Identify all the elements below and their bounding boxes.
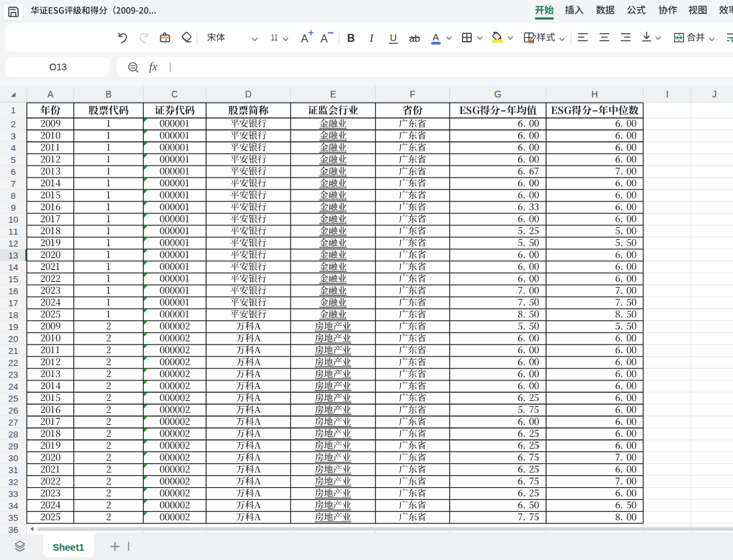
svg-text:20: 20 <box>8 334 18 344</box>
svg-text:A: A <box>47 89 54 99</box>
svg-text:16: 16 <box>8 286 18 296</box>
svg-text:6: 6 <box>11 167 16 177</box>
svg-text:G: G <box>494 89 502 99</box>
svg-text:23: 23 <box>8 370 18 380</box>
svg-text:34: 34 <box>8 501 19 511</box>
svg-text:A: A <box>320 32 327 44</box>
svg-text:F: F <box>410 89 415 99</box>
svg-text:27: 27 <box>8 418 18 427</box>
svg-text:3: 3 <box>11 131 16 141</box>
svg-text:11: 11 <box>8 227 18 237</box>
svg-text:5: 5 <box>11 155 16 165</box>
svg-text:fx: fx <box>149 60 158 73</box>
svg-text:15: 15 <box>8 274 18 284</box>
svg-text:10: 10 <box>8 215 18 225</box>
svg-text:14: 14 <box>8 262 19 272</box>
svg-text:29: 29 <box>8 441 18 451</box>
svg-text:4: 4 <box>11 143 16 153</box>
svg-text:36: 36 <box>8 525 18 535</box>
svg-text:22: 22 <box>8 358 18 368</box>
svg-text:Sheet1: Sheet1 <box>53 542 85 553</box>
svg-text:B: B <box>347 32 355 44</box>
svg-text:18: 18 <box>8 310 18 320</box>
svg-text:8: 8 <box>11 191 16 201</box>
svg-text:11: 11 <box>271 32 278 42</box>
svg-text:21: 21 <box>8 346 18 356</box>
svg-text:31: 31 <box>8 465 18 475</box>
svg-text:2: 2 <box>11 119 16 129</box>
svg-text:C: C <box>172 89 178 99</box>
svg-text:H: H <box>591 89 598 99</box>
svg-text:A: A <box>301 32 308 44</box>
svg-text:D: D <box>245 89 252 99</box>
svg-text:30: 30 <box>8 453 18 463</box>
svg-text:13: 13 <box>8 251 18 260</box>
svg-text:25: 25 <box>8 394 18 404</box>
svg-text:J: J <box>712 89 717 99</box>
svg-text:9: 9 <box>11 203 16 213</box>
svg-text:12: 12 <box>8 239 18 249</box>
svg-text:O13: O13 <box>49 62 67 72</box>
svg-text:7: 7 <box>11 179 16 189</box>
svg-text:19: 19 <box>8 322 18 332</box>
svg-text:17: 17 <box>8 298 18 308</box>
svg-text:33: 33 <box>8 489 18 499</box>
svg-text:28: 28 <box>8 429 18 439</box>
svg-text:1: 1 <box>11 105 16 115</box>
svg-text:A: A <box>433 32 439 42</box>
svg-text:32: 32 <box>8 477 18 487</box>
svg-text:I: I <box>666 89 669 99</box>
svg-text:35: 35 <box>8 513 18 523</box>
svg-text:E: E <box>330 89 336 99</box>
svg-text:24: 24 <box>8 382 19 392</box>
svg-text:26: 26 <box>8 406 18 416</box>
svg-text:B: B <box>105 89 111 99</box>
svg-text:U: U <box>390 32 396 43</box>
